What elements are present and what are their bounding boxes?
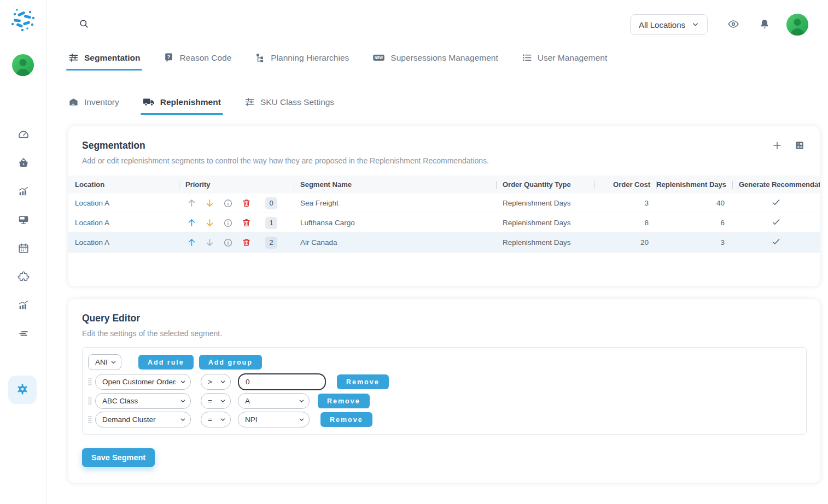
column-header-order-quantity-type: Order Quantity Type	[496, 175, 594, 194]
add-group-button[interactable]: Add group	[199, 355, 262, 370]
move-down-button[interactable]	[205, 198, 214, 208]
column-header-segment-name: Segment Name	[294, 175, 496, 194]
check-icon	[771, 237, 781, 248]
sidebar-avatar[interactable]	[12, 54, 34, 76]
eye-icon	[727, 18, 739, 32]
subtab-inventory[interactable]: Inventory	[68, 97, 119, 115]
sidebar-item-analytics[interactable]	[17, 186, 30, 198]
query-editor-subtitle: Edit the settings of the selected segmen…	[68, 324, 820, 338]
subtab-replenishment[interactable]: Replenishment	[143, 97, 221, 115]
save-segment-button[interactable]: Save Segment	[82, 448, 155, 467]
user-avatar[interactable]	[786, 14, 808, 36]
calculator-icon	[795, 140, 804, 152]
drag-handle-icon[interactable]	[88, 378, 92, 386]
cell-priority: 2	[179, 233, 294, 252]
remove-rule-button[interactable]: Remove	[337, 374, 389, 389]
priority-badge: 0	[265, 197, 277, 209]
tab-label: Planning Hierarchies	[271, 53, 349, 63]
rule-operator-select[interactable]: =	[201, 393, 231, 409]
table-row[interactable]: Location A 2 Air Canada Replenishment Da…	[68, 233, 820, 253]
cell-segment-name: Lufthansa Cargo	[294, 213, 496, 232]
search-icon	[79, 19, 89, 31]
remove-rule-button[interactable]: Remove	[318, 394, 370, 408]
rule-value-select[interactable]: NPI	[238, 412, 310, 427]
move-up-button[interactable]	[187, 198, 196, 208]
cell-order-quantity-type: Replenishment Days	[496, 233, 594, 252]
location-selector[interactable]: All Locations	[630, 14, 708, 35]
delete-button[interactable]	[242, 218, 251, 227]
rule-operator-select-wrap: =	[201, 412, 231, 427]
rule-operator-select[interactable]: >	[201, 374, 231, 390]
drag-handle-icon[interactable]	[88, 415, 92, 424]
table-row[interactable]: Location A 0 Sea Freight Replenishment D…	[68, 194, 820, 213]
svg-text:NEW: NEW	[375, 56, 383, 60]
subtab-sku-class-settings[interactable]: SKU Class Settings	[244, 97, 334, 115]
gauge-icon	[18, 128, 30, 142]
tab-segmentation[interactable]: Segmentation	[68, 52, 140, 71]
sidebar-item-dashboard[interactable]	[17, 129, 30, 141]
segmentation-card: Segmentation Add or edit replenishment s…	[68, 126, 820, 286]
rule-value-select[interactable]: A	[238, 393, 310, 409]
tab-planning-hierarchies[interactable]: Planning Hierarchies	[255, 52, 349, 71]
tab-label: User Management	[538, 53, 608, 63]
lines-icon	[18, 327, 30, 341]
rule-field-select[interactable]: Open Customer Orders	[95, 374, 191, 390]
cell-order-cost: 8	[594, 213, 656, 232]
move-down-button[interactable]	[205, 218, 214, 227]
info-button[interactable]	[223, 218, 233, 228]
delete-button[interactable]	[242, 238, 251, 247]
combinator-select-wrap: AND	[88, 354, 121, 370]
sidebar-item-calendar[interactable]	[17, 243, 30, 255]
rule-field-select[interactable]: ABC Class	[95, 393, 191, 409]
rule-operator-select[interactable]: =	[201, 412, 231, 427]
add-segment-button[interactable]	[772, 140, 782, 152]
segments-table-header: Location Priority Segment Name Order Qua…	[68, 175, 820, 194]
rule-value-input[interactable]	[238, 373, 326, 390]
check-icon	[771, 197, 781, 209]
combinator-select[interactable]: AND	[88, 354, 121, 370]
cell-priority: 0	[179, 194, 294, 213]
sidebar-item-workbench[interactable]	[17, 214, 30, 226]
move-up-button[interactable]	[187, 238, 196, 247]
bulk-edit-button[interactable]	[795, 140, 804, 152]
priority-badge: 2	[265, 237, 277, 249]
chart-icon	[18, 299, 30, 313]
tab-label: Reason Code	[179, 53, 231, 63]
cell-order-quantity-type: Replenishment Days	[496, 213, 594, 232]
segmentation-subtitle: Add or edit replenishment segments to co…	[68, 151, 820, 165]
tab-user-management[interactable]: User Management	[522, 52, 608, 71]
rule-field-select[interactable]: Demand Cluster	[95, 412, 191, 427]
table-row[interactable]: Location A 1 Lufthansa Cargo Replenishme…	[68, 213, 820, 233]
info-button[interactable]	[223, 238, 233, 248]
query-builder: AND Add rule Add group Open Customer Ord…	[82, 347, 807, 435]
tab-reason-code[interactable]: ? Reason Code	[164, 52, 231, 71]
query-editor-title: Query Editor	[68, 299, 820, 324]
sidebar-item-orders[interactable]	[17, 157, 30, 169]
app-logo[interactable]	[9, 6, 37, 33]
segmentation-title: Segmentation	[68, 126, 820, 151]
cell-replenishment-days: 6	[656, 213, 732, 232]
main-tabs: Segmentation ? Reason Code Planning Hier…	[68, 52, 828, 71]
tab-supersessions-management[interactable]: NEW Supersessions Management	[372, 52, 498, 71]
sliders-icon	[68, 52, 79, 63]
delete-button[interactable]	[242, 198, 251, 208]
move-up-button[interactable]	[187, 218, 196, 227]
watch-mode-button[interactable]	[727, 18, 739, 32]
search-button[interactable]	[79, 19, 89, 31]
sidebar-item-integrations[interactable]	[17, 271, 30, 283]
location-selector-label: All Locations	[639, 20, 685, 30]
sidebar-item-settings[interactable]	[8, 376, 37, 404]
sidebar-item-reports[interactable]	[17, 300, 30, 312]
move-down-button[interactable]	[205, 238, 214, 247]
cell-generate-recommendations	[732, 213, 820, 232]
sidebar-item-logs[interactable]	[17, 328, 30, 340]
remove-rule-button[interactable]: Remove	[320, 412, 372, 427]
notifications-button[interactable]	[759, 19, 770, 31]
subtab-label: Inventory	[84, 97, 119, 107]
list-icon	[522, 52, 532, 63]
info-button[interactable]	[223, 198, 233, 208]
drag-handle-icon[interactable]	[88, 397, 92, 405]
add-rule-button[interactable]: Add rule	[138, 355, 194, 370]
column-header-location: Location	[68, 175, 179, 194]
logo-icon	[9, 26, 37, 35]
